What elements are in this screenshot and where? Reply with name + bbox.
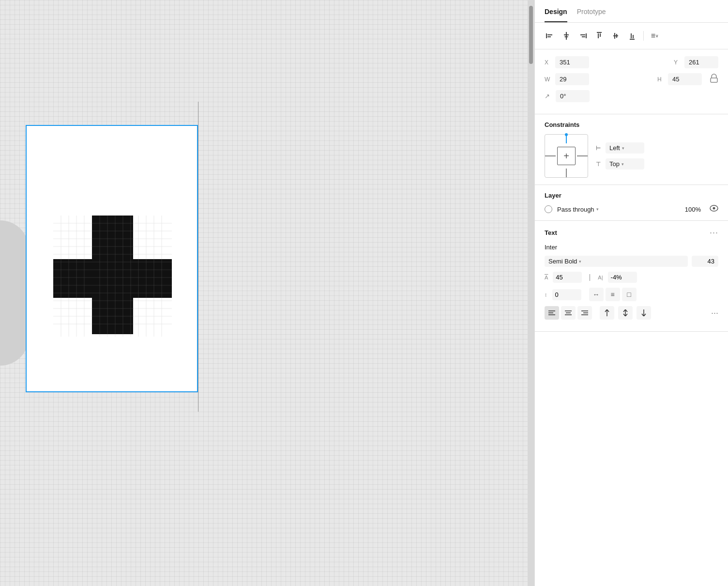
y-input[interactable]: [684, 56, 718, 68]
text-valign-bottom-button[interactable]: [637, 306, 651, 320]
letter-spacing-label-icon: A|: [598, 275, 603, 280]
align-right-button[interactable]: [576, 29, 590, 43]
tab-design[interactable]: Design: [545, 8, 567, 22]
paragraph-spacing-icon: ↕: [545, 292, 547, 297]
lock-aspect-button[interactable]: [710, 73, 718, 85]
text-resize-auto-button[interactable]: □: [622, 288, 637, 301]
constraint-top-line: [566, 135, 567, 143]
font-style-chevron: ▾: [579, 259, 581, 264]
text-bottom-more-button[interactable]: ···: [711, 308, 718, 318]
constraint-selects: ⊢ Left ▾ ⊤ Top ▾: [596, 142, 644, 170]
text-align-center-button[interactable]: ≡: [606, 288, 620, 301]
blend-chevron: ▾: [596, 207, 599, 212]
svg-rect-44: [616, 34, 617, 38]
constraint-plus-icon: +: [563, 151, 569, 162]
font-family-name: Inter: [545, 244, 718, 251]
horizontal-constraint-select[interactable]: Left ▾: [606, 142, 644, 154]
frame-box[interactable]: [26, 125, 198, 392]
svg-rect-35: [565, 36, 568, 37]
svg-point-50: [713, 207, 715, 210]
toolbar-divider: [643, 31, 644, 41]
scrollbar-thumb[interactable]: [529, 6, 533, 64]
tab-prototype[interactable]: Prototype: [577, 8, 606, 22]
text-align-left-button[interactable]: ↔: [589, 288, 604, 301]
svg-rect-36: [586, 33, 587, 38]
font-style-select[interactable]: Semi Bold ▾: [545, 256, 688, 267]
x-input[interactable]: [555, 56, 589, 68]
constraint-diagram: +: [545, 134, 588, 178]
constraint-bottom-line: [566, 169, 567, 177]
svg-rect-33: [566, 32, 567, 40]
svg-rect-47: [633, 35, 634, 38]
text-center-align-button[interactable]: [561, 306, 576, 320]
svg-rect-41: [600, 33, 601, 37]
letter-spacing-icon: [590, 274, 592, 281]
blend-mode-icon: [545, 205, 552, 213]
text-section-header: Text ···: [545, 228, 718, 238]
w-input[interactable]: [555, 73, 589, 85]
h-constraint-icon: ⊢: [596, 145, 601, 152]
right-panel: Design Prototype ≡∨: [534, 0, 728, 586]
align-top-button[interactable]: [592, 29, 607, 43]
font-style-label: Semi Bold: [548, 258, 577, 265]
svg-rect-46: [631, 33, 632, 38]
alignment-toolbar: ≡∨: [535, 23, 728, 49]
more-align-button[interactable]: ≡∨: [648, 29, 662, 43]
align-bottom-button[interactable]: [625, 29, 639, 43]
h-label: H: [657, 76, 664, 83]
vertical-constraint-label: Top: [609, 160, 620, 168]
letter-spacing-input[interactable]: [608, 272, 637, 283]
svg-rect-31: [547, 34, 552, 35]
svg-rect-43: [614, 33, 615, 39]
constraint-right-line: [577, 155, 588, 156]
paragraph-spacing-row: ↕ ↔ ≡ □: [545, 288, 718, 301]
font-size-input[interactable]: [692, 256, 718, 267]
vertical-text-align-group: [598, 306, 651, 320]
rotation-input[interactable]: [556, 90, 590, 102]
line-height-icon: A: [545, 275, 548, 280]
plus-pixel-art: [53, 216, 172, 338]
svg-rect-2: [92, 298, 133, 334]
text-right-align-button[interactable]: [577, 306, 592, 320]
svg-rect-38: [582, 36, 585, 37]
svg-rect-48: [711, 78, 717, 82]
align-left-button[interactable]: [543, 29, 557, 43]
constraint-inner-box: +: [557, 147, 576, 165]
x-label: X: [545, 59, 551, 66]
align-center-h-button[interactable]: [559, 29, 574, 43]
layer-section: Layer Pass through ▾ 100%: [535, 185, 728, 221]
tabs-bar: Design Prototype: [535, 0, 728, 23]
vertical-guide-line: [198, 102, 198, 412]
text-valign-top-button[interactable]: [600, 306, 614, 320]
text-left-align-button[interactable]: [545, 306, 559, 320]
text-align-group: ↔ ≡ □: [589, 288, 637, 301]
layer-row: Pass through ▾ 100%: [545, 205, 718, 214]
line-height-input[interactable]: [553, 272, 582, 283]
constraints-section: Constraints + ⊢ Left ▾: [535, 114, 728, 185]
h-input[interactable]: [668, 73, 702, 85]
svg-rect-39: [597, 32, 602, 33]
w-label: W: [545, 76, 551, 83]
svg-rect-40: [598, 33, 599, 38]
layer-title: Layer: [545, 192, 718, 199]
canvas: [0, 0, 534, 586]
vertical-constraint-select[interactable]: Top ▾: [606, 158, 644, 170]
svg-rect-32: [547, 36, 551, 37]
constraints-title: Constraints: [545, 121, 718, 128]
wh-row: W H: [545, 73, 718, 85]
horizontal-text-align-row: ···: [545, 306, 718, 320]
blend-mode-select[interactable]: Pass through ▾: [557, 206, 680, 213]
visibility-toggle[interactable]: [710, 205, 718, 214]
canvas-scrollbar[interactable]: [528, 0, 534, 586]
text-more-button[interactable]: ···: [710, 228, 718, 238]
paragraph-spacing-input[interactable]: [552, 289, 581, 300]
opacity-value: 100%: [685, 206, 701, 213]
horizontal-constraint-label: Left: [609, 144, 620, 152]
xy-row: X Y: [545, 56, 718, 68]
left-shape: [0, 220, 29, 366]
text-section-title: Text: [545, 229, 557, 236]
svg-rect-37: [580, 34, 585, 35]
align-middle-v-button[interactable]: [608, 29, 623, 43]
text-valign-middle-button[interactable]: [618, 306, 633, 320]
rotation-icon: ↗: [545, 93, 550, 100]
